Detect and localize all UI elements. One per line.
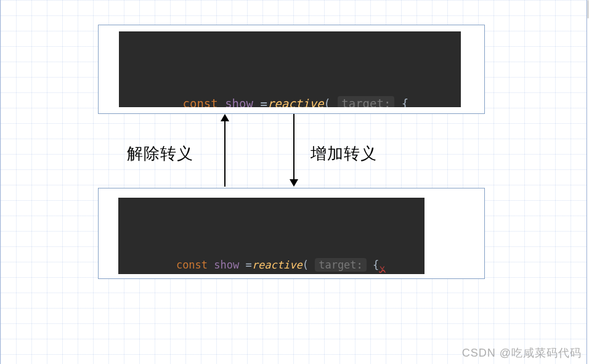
code-line: const show =reactive( target: { (119, 73, 461, 107)
operator: = (260, 97, 267, 107)
panel-top: const show =reactive( target: { "a":1, "… (98, 25, 485, 114)
arrow-unescape (221, 114, 229, 187)
code-block-top: const show =reactive( target: { "a":1, "… (119, 31, 461, 107)
diagram-stage: const show =reactive( target: { "a":1, "… (0, 0, 589, 364)
function: reactive (252, 259, 303, 271)
keyword: const (183, 97, 218, 107)
watermark: CSDN @吃咸菜码代码 (462, 346, 582, 360)
identifier: show (225, 97, 253, 107)
arrow-escape (290, 114, 298, 187)
label-escape: 增加转义 (311, 143, 377, 164)
code-line: const show =reactive( target: {⌄ (118, 237, 424, 274)
param-hint: target: (315, 258, 367, 272)
arrowhead-down-icon (290, 179, 298, 187)
param-hint: target: (338, 96, 394, 107)
keyword: const (176, 259, 208, 271)
identifier: show (214, 259, 239, 271)
panel-bottom: const show =reactive( target: {⌄ \"a\":1… (98, 188, 485, 279)
function: reactive (267, 97, 324, 107)
label-unescape: 解除转义 (127, 143, 193, 164)
error-marker-icon: ⌄ (379, 259, 385, 271)
brace: { (402, 97, 408, 107)
arrowhead-up-icon (221, 114, 229, 121)
code-block-bottom: const show =reactive( target: {⌄ \"a\":1… (118, 198, 424, 274)
paren: ( (323, 97, 330, 107)
